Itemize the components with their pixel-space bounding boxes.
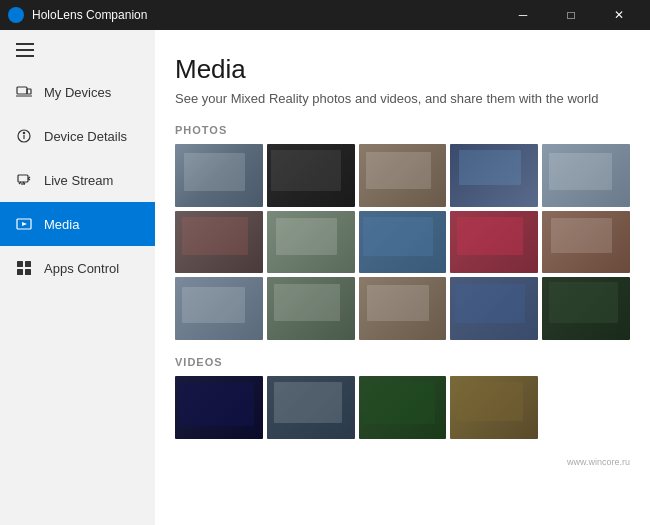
photos-section-label: PHOTOS <box>175 124 630 136</box>
photo-thumb-2[interactable] <box>267 144 355 207</box>
page-subtitle: See your Mixed Reality photos and videos… <box>175 91 630 106</box>
video-thumb-2[interactable] <box>267 376 355 439</box>
svg-rect-14 <box>17 261 23 267</box>
sidebar-item-my-devices[interactable]: My Devices <box>0 70 155 114</box>
svg-point-5 <box>23 132 24 133</box>
watermark: www.wincore.ru <box>567 457 630 467</box>
videos-section-label: VIDEOS <box>175 356 630 368</box>
svg-rect-17 <box>25 269 31 275</box>
window-title: HoloLens Companion <box>32 8 147 22</box>
sidebar-label-my-devices: My Devices <box>44 85 111 100</box>
sidebar-label-device-details: Device Details <box>44 129 127 144</box>
photo-thumb-10[interactable] <box>542 211 630 274</box>
video-thumb-3[interactable] <box>359 376 447 439</box>
sidebar-item-live-stream[interactable]: Live Stream <box>0 158 155 202</box>
svg-marker-13 <box>22 222 27 226</box>
photo-thumb-3[interactable] <box>359 144 447 207</box>
photo-thumb-12[interactable] <box>267 277 355 340</box>
photo-thumb-5[interactable] <box>542 144 630 207</box>
window-controls: ─ □ ✕ <box>500 0 642 30</box>
photo-thumb-6[interactable] <box>175 211 263 274</box>
photo-thumb-13[interactable] <box>359 277 447 340</box>
app-icon <box>8 7 24 23</box>
photo-thumb-8[interactable] <box>359 211 447 274</box>
media-icon <box>16 216 32 232</box>
photo-thumb-7[interactable] <box>267 211 355 274</box>
page-title: Media <box>175 54 630 85</box>
stream-icon <box>16 172 32 188</box>
details-icon <box>16 128 32 144</box>
sidebar-label-live-stream: Live Stream <box>44 173 113 188</box>
close-button[interactable]: ✕ <box>596 0 642 30</box>
svg-rect-0 <box>17 87 27 94</box>
sidebar-item-device-details[interactable]: Device Details <box>0 114 155 158</box>
main-content: Media See your Mixed Reality photos and … <box>155 30 650 525</box>
videos-grid <box>175 376 630 439</box>
video-thumb-4[interactable] <box>450 376 538 439</box>
minimize-button[interactable]: ─ <box>500 0 546 30</box>
hamburger-button[interactable] <box>0 30 155 70</box>
photo-thumb-11[interactable] <box>175 277 263 340</box>
photos-grid <box>175 144 630 340</box>
sidebar-label-media: Media <box>44 217 79 232</box>
photo-thumb-1[interactable] <box>175 144 263 207</box>
hamburger-icon <box>16 43 34 57</box>
svg-rect-1 <box>27 89 31 94</box>
sidebar-label-apps-control: Apps Control <box>44 261 119 276</box>
title-bar-left: HoloLens Companion <box>8 7 147 23</box>
photo-thumb-14[interactable] <box>450 277 538 340</box>
svg-rect-15 <box>25 261 31 267</box>
devices-icon <box>16 84 32 100</box>
sidebar: My Devices Device Details <box>0 30 155 525</box>
title-bar: HoloLens Companion ─ □ ✕ <box>0 0 650 30</box>
apps-icon <box>16 260 32 276</box>
sidebar-item-apps-control[interactable]: Apps Control <box>0 246 155 290</box>
maximize-button[interactable]: □ <box>548 0 594 30</box>
photo-thumb-4[interactable] <box>450 144 538 207</box>
svg-rect-6 <box>18 175 28 182</box>
video-thumb-1[interactable] <box>175 376 263 439</box>
photo-thumb-9[interactable] <box>450 211 538 274</box>
svg-rect-16 <box>17 269 23 275</box>
app-container: My Devices Device Details <box>0 30 650 525</box>
photo-thumb-15[interactable] <box>542 277 630 340</box>
sidebar-item-media[interactable]: Media <box>0 202 155 246</box>
